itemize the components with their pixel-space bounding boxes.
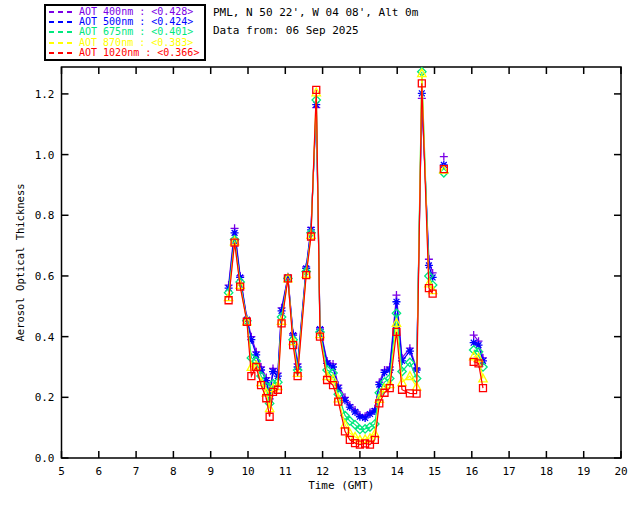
x-tick-label: 7: [133, 465, 140, 478]
series-aot-870nm: [224, 69, 487, 443]
y-tick-label: 0.4: [35, 331, 55, 344]
x-tick-label: 6: [95, 465, 102, 478]
y-tick-label: 1.0: [35, 149, 55, 162]
x-tick-label: 17: [502, 465, 515, 478]
x-tick-label: 20: [614, 465, 627, 478]
x-tick-label: 19: [577, 465, 590, 478]
x-tick-label: 12: [316, 465, 329, 478]
series-aot-500nm: [225, 89, 487, 422]
x-tick-label: 14: [391, 465, 405, 478]
aot-time-series-chart: 5678910111213141516171819200.00.20.40.60…: [0, 0, 640, 512]
y-tick-label: 0.0: [35, 452, 55, 465]
series-aot-400nm: [225, 94, 487, 420]
y-axis: 0.00.20.40.60.81.01.2: [35, 88, 621, 465]
x-tick-label: 18: [540, 465, 553, 478]
x-tick-label: 11: [279, 465, 292, 478]
y-tick-label: 0.6: [35, 270, 55, 283]
asterisk-markers: [225, 89, 487, 422]
aot-plot-page: AOT 400nm : <0.428> AOT 500nm : <0.424> …: [0, 0, 640, 512]
x-tick-label: 15: [428, 465, 441, 478]
series-aot-1020nm: [225, 80, 486, 448]
y-tick-label: 1.2: [35, 88, 55, 101]
y-tick-label: 0.2: [35, 391, 55, 404]
x-tick-label: 8: [170, 465, 177, 478]
x-tick-label: 13: [353, 465, 366, 478]
x-axis-title: Time (GMT): [308, 479, 374, 492]
x-tick-label: 16: [465, 465, 478, 478]
x-tick-label: 9: [207, 465, 214, 478]
y-axis-title: Aerosol Optical Thickness: [14, 183, 26, 341]
x-tick-label: 5: [58, 465, 65, 478]
y-tick-label: 0.8: [35, 209, 55, 222]
x-tick-label: 10: [241, 465, 254, 478]
plus-markers: [225, 94, 487, 420]
series-line: [229, 83, 433, 444]
